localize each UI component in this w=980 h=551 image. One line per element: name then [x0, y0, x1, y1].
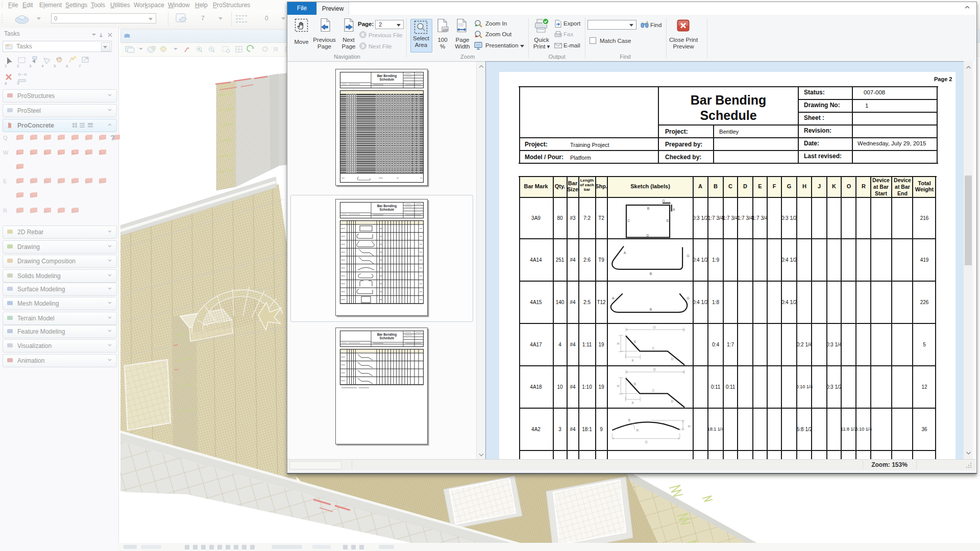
svg-text:O: O: [645, 440, 647, 444]
svg-text:B: B: [650, 272, 652, 276]
svg-text:Schedule: Schedule: [380, 336, 395, 340]
svg-text:D: D: [671, 399, 674, 403]
svg-text:K: K: [632, 401, 634, 405]
svg-text:Schedule: Schedule: [380, 78, 395, 81]
svg-text:C: C: [652, 389, 655, 392]
svg-text:B: B: [628, 418, 630, 422]
svg-text:K: K: [632, 359, 634, 362]
svg-text:C: C: [627, 219, 630, 222]
svg-text:R: R: [636, 429, 639, 432]
svg-text:100: 100: [443, 28, 448, 31]
svg-text:O: O: [653, 368, 655, 371]
svg-text:H: H: [617, 342, 620, 345]
svg-text:A: A: [624, 251, 626, 255]
svg-text:A: A: [612, 296, 615, 300]
svg-text:O: O: [653, 325, 655, 329]
svg-text:B: B: [647, 207, 650, 210]
svg-text:H: H: [688, 424, 691, 428]
svg-text:A: A: [673, 208, 675, 211]
svg-text:C: C: [652, 346, 655, 350]
svg-text:G: G: [687, 296, 689, 300]
svg-text:D: D: [646, 234, 649, 237]
svg-text:Schedule: Schedule: [380, 208, 395, 211]
svg-text:H: H: [617, 384, 620, 388]
svg-text:B: B: [634, 340, 636, 343]
svg-text:D: D: [671, 357, 674, 361]
svg-text:B: B: [634, 382, 636, 386]
svg-text:G: G: [687, 254, 689, 258]
svg-text:G: G: [662, 199, 665, 203]
svg-text:E: E: [667, 219, 669, 222]
svg-text:B: B: [650, 308, 652, 311]
